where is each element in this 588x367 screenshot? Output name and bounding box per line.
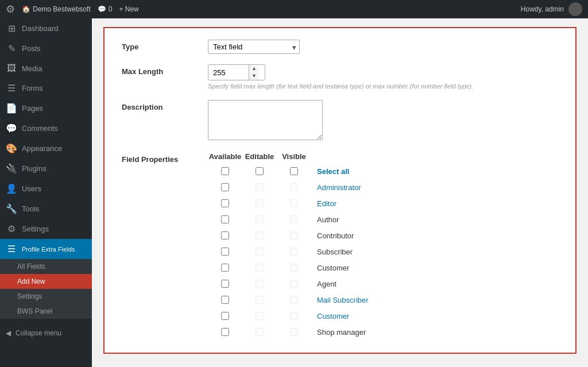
sidebar-item-pages[interactable]: 📄 Pages xyxy=(0,98,92,118)
fp-row-customer2: Customer xyxy=(208,309,558,323)
available-checkbox-select-all[interactable] xyxy=(221,167,229,175)
profile-extra-fields-icon: ☰ xyxy=(6,244,17,254)
visible-customer2 xyxy=(290,312,298,320)
visible-subscriber xyxy=(290,248,298,256)
media-icon: 🖼 xyxy=(6,63,17,74)
sidebar-submenu: All Fields Add New Settings BWS Panel xyxy=(0,259,92,319)
fp-header: Available Editable Visible xyxy=(208,152,558,161)
spin-up-button[interactable]: ▲ xyxy=(249,65,259,72)
sidebar-item-dashboard[interactable]: ⊞ Dashboard xyxy=(0,18,92,38)
forms-icon: ☰ xyxy=(6,83,17,94)
available-customer[interactable] xyxy=(221,264,229,272)
sidebar: ⊞ Dashboard ✎ Posts 🖼 Media ☰ Forms 📄 Pa… xyxy=(0,18,92,367)
sidebar-subitem-settings[interactable]: Settings xyxy=(0,289,92,304)
editable-customer2 xyxy=(256,312,264,320)
type-select[interactable]: Text field Textarea Number Email URL Dat… xyxy=(208,40,300,54)
fp-row-administrator: Administrator xyxy=(208,180,558,194)
available-administrator[interactable] xyxy=(221,183,229,191)
col-visible: Visible xyxy=(277,152,311,161)
role-agent: Agent xyxy=(311,280,426,288)
max-length-input[interactable] xyxy=(208,66,249,79)
site-name[interactable]: 🏠 Demo Bestwebsoft xyxy=(22,5,91,13)
fp-row-mail-subscriber: Mail Subscriber xyxy=(208,293,558,307)
description-label: Description xyxy=(122,100,196,111)
sidebar-subitem-all-fields[interactable]: All Fields xyxy=(0,259,92,274)
sidebar-item-comments[interactable]: 💬 Comments xyxy=(0,118,92,138)
main-content: Type Text field Textarea Number Email UR… xyxy=(92,18,588,367)
max-length-input-wrapper: ▲ ▼ xyxy=(208,64,265,80)
pages-icon: 📄 xyxy=(6,103,17,114)
sidebar-item-profile-extra-fields[interactable]: ☰ Profile Extra Fields xyxy=(0,239,92,259)
description-row: Description xyxy=(122,100,558,142)
available-mail-subscriber[interactable] xyxy=(221,296,229,304)
available-shop-manager[interactable] xyxy=(221,328,229,336)
visible-editor xyxy=(290,199,298,207)
wp-layout: ⊞ Dashboard ✎ Posts 🖼 Media ☰ Forms 📄 Pa… xyxy=(0,18,588,367)
plugins-icon: 🔌 xyxy=(6,163,17,174)
visible-checkbox-select-all-cell xyxy=(277,167,311,175)
sidebar-item-users[interactable]: 👤 Users xyxy=(0,179,92,199)
fp-row-subscriber: Subscriber xyxy=(208,245,558,258)
visible-agent xyxy=(290,280,298,288)
sidebar-item-appearance[interactable]: 🎨 Appearance xyxy=(0,138,92,159)
editable-checkbox-select-all[interactable] xyxy=(256,167,264,175)
available-author[interactable] xyxy=(221,215,229,223)
sidebar-subitem-bws-panel[interactable]: BWS Panel xyxy=(0,304,92,319)
editable-editor xyxy=(256,199,264,207)
editable-administrator xyxy=(256,183,264,191)
editable-subscriber xyxy=(256,248,264,256)
sidebar-subitem-add-new[interactable]: Add New xyxy=(0,274,92,289)
spin-down-button[interactable]: ▼ xyxy=(249,72,259,80)
fp-row-editor: Editor xyxy=(208,196,558,210)
description-control-wrap xyxy=(208,100,558,142)
role-mail-subscriber: Mail Subscriber xyxy=(311,296,426,304)
comments-count[interactable]: 💬 0 xyxy=(98,5,113,13)
editable-mail-subscriber xyxy=(256,296,264,304)
visible-customer xyxy=(290,264,298,272)
sidebar-item-tools[interactable]: 🔧 Tools xyxy=(0,199,92,219)
field-properties-row: Field Properties Available Editable Visi… xyxy=(122,152,558,341)
sidebar-item-forms[interactable]: ☰ Forms xyxy=(0,78,92,98)
role-name-select-all: Select all xyxy=(311,167,426,176)
sidebar-item-posts[interactable]: ✎ Posts xyxy=(0,38,92,59)
admin-bar-right: Howdy, admin xyxy=(521,2,582,16)
visible-mail-subscriber xyxy=(290,296,298,304)
role-customer2: Customer xyxy=(311,312,426,320)
posts-icon: ✎ xyxy=(6,43,17,54)
role-shop-manager: Shop manager xyxy=(311,328,426,337)
type-select-wrapper: Text field Textarea Number Email URL Dat… xyxy=(208,40,300,54)
visible-checkbox-select-all[interactable] xyxy=(290,167,298,175)
col-available: Available xyxy=(208,152,242,161)
available-contributor[interactable] xyxy=(221,231,229,239)
users-icon: 👤 xyxy=(6,183,17,194)
available-agent[interactable] xyxy=(221,280,229,288)
collapse-menu-button[interactable]: ◀ Collapse menu xyxy=(0,324,92,342)
visible-contributor xyxy=(290,231,298,239)
role-author: Author xyxy=(311,215,426,224)
available-subscriber[interactable] xyxy=(221,248,229,256)
sidebar-item-settings[interactable]: ⚙ Settings xyxy=(0,219,92,239)
new-item-button[interactable]: + New xyxy=(119,5,138,13)
spinner-buttons: ▲ ▼ xyxy=(249,65,259,80)
appearance-icon: 🎨 xyxy=(6,143,17,154)
role-customer: Customer xyxy=(311,264,426,272)
available-editor[interactable] xyxy=(221,199,229,207)
admin-bar-left: ⚙ 🏠 Demo Bestwebsoft 💬 0 + New xyxy=(6,3,139,16)
max-length-hint: Specify field max length (for text field… xyxy=(208,83,558,90)
sidebar-item-plugins[interactable]: 🔌 Plugins xyxy=(0,159,92,179)
role-subscriber: Subscriber xyxy=(311,248,426,256)
fp-row-customer: Customer xyxy=(208,261,558,275)
description-textarea[interactable] xyxy=(208,100,323,140)
wp-logo-icon[interactable]: ⚙ xyxy=(6,3,15,16)
editable-agent xyxy=(256,280,264,288)
editable-contributor xyxy=(256,231,264,239)
tools-icon: 🔧 xyxy=(6,203,17,214)
available-customer2[interactable] xyxy=(221,312,229,320)
fp-row-select-all: Select all xyxy=(208,164,558,178)
editable-author xyxy=(256,215,264,223)
type-label: Type xyxy=(122,40,196,51)
max-length-control-wrap: ▲ ▼ Specify field max length (for text f… xyxy=(208,64,558,90)
sidebar-item-media[interactable]: 🖼 Media xyxy=(0,59,92,78)
editable-shop-manager xyxy=(256,328,264,336)
dashboard-icon: ⊞ xyxy=(6,23,17,34)
